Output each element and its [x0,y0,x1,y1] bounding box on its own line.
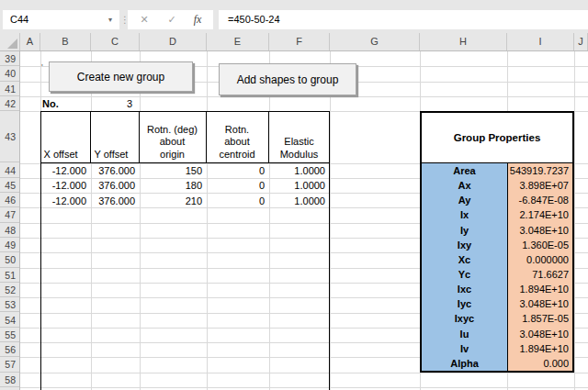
shapes-table-cell[interactable]: 376.000 [91,163,135,178]
shapes-table-cell[interactable]: 1.0000 [269,163,325,178]
property-value[interactable]: 1.894E+10 [508,282,572,296]
row-header-46[interactable]: 46 [0,193,19,207]
shapes-table-cell[interactable]: -12.000 [40,178,86,193]
property-value[interactable]: 0.000000 [508,252,572,267]
property-name[interactable]: Ixyc [422,311,508,326]
shapes-table-header-text: X offset [44,149,90,162]
property-value[interactable]: 3.048E+10 [508,223,572,238]
shapes-table-header-text: origin [140,149,206,162]
shapes-table-cell[interactable]: 0 [207,163,265,178]
group-properties-title[interactable]: Group Properties [422,113,572,163]
row-header-58[interactable]: 58 [0,373,19,387]
row-header-54[interactable]: 54 [0,313,19,328]
spreadsheet-window: C44 ▾ ⋮ ✕ ✓ fx =450-50-24 ABCDEFGHIJ 394… [0,0,588,390]
property-name[interactable]: Xc [422,252,508,267]
column-header-H[interactable]: H [420,33,507,50]
shapes-table-cell[interactable]: 150 [140,163,202,178]
row-header-40[interactable]: 40 [0,66,19,81]
shapes-table-header-text: about [140,136,206,149]
column-header-C[interactable]: C [91,33,140,50]
row-header-45[interactable]: 45 [0,178,19,193]
cancel-icon[interactable]: ✕ [135,10,153,29]
gridline [207,51,208,390]
shapes-table-cell[interactable]: -12.000 [40,194,86,208]
shapes-table-cell[interactable]: 210 [140,194,202,208]
property-name[interactable]: Area [422,163,508,178]
name-box[interactable]: C44 ▾ [3,10,119,29]
row-header-47[interactable]: 47 [0,207,19,222]
property-name[interactable]: Ax [422,178,508,193]
property-name[interactable]: Ay [422,193,508,207]
property-value[interactable]: 543919.7237 [508,163,572,178]
shapes-table-cell[interactable]: 0 [207,178,265,193]
shapes-table-cell[interactable]: 376.000 [91,194,135,208]
shapes-table-header-text: Rotn. [207,124,268,137]
property-value[interactable]: 2.174E+10 [508,207,572,222]
shapes-table-header-text: about [207,136,268,149]
row-header-41[interactable]: 41 [0,82,19,96]
column-header-J[interactable]: J [574,33,588,50]
row-header-56[interactable]: 56 [0,342,19,357]
gridline [330,51,331,390]
column-header-B[interactable]: B [40,33,91,50]
row-header-51[interactable]: 51 [0,268,19,283]
create-new-group-button[interactable]: Create new group [49,61,193,92]
property-name[interactable]: Ixc [422,282,508,296]
select-all-triangle-icon [7,39,17,49]
shapes-table-header-cell[interactable]: Rotn. (deg)aboutorigin [140,112,207,162]
column-header-I[interactable]: I [507,33,574,50]
property-value[interactable]: 3.048E+10 [508,327,572,341]
row-header-57[interactable]: 57 [0,357,19,372]
row-header-39[interactable]: 39 [0,51,19,66]
column-header-F[interactable]: F [269,33,330,50]
column-header-E[interactable]: E [207,33,269,50]
add-shapes-to-group-button[interactable]: Add shapes to group [219,63,356,95]
property-value[interactable]: -6.847E-08 [508,193,572,207]
insert-function-icon[interactable]: fx [188,10,207,29]
property-name[interactable]: Iv [422,341,508,356]
property-name[interactable]: Yc [422,267,508,282]
select-all-corner[interactable] [0,33,20,50]
shapes-table-cell[interactable]: 0 [207,194,265,208]
column-header-G[interactable]: G [330,33,420,50]
property-name[interactable]: Iyc [422,296,508,311]
shapes-table-header-cell[interactable]: X offset [40,112,91,162]
row-header-43[interactable]: 43 [0,111,19,162]
enter-icon[interactable]: ✓ [163,10,181,29]
row-header-52[interactable]: 52 [0,283,19,297]
property-value[interactable]: 71.6627 [508,267,572,282]
shapes-table-header-cell[interactable]: Y offset [91,112,140,162]
row-header-44[interactable]: 44 [0,163,19,178]
property-value[interactable]: 3.048E+10 [508,296,572,311]
shapes-table-cell[interactable]: 1.0000 [269,194,325,208]
shapes-table-cell[interactable]: 376.000 [91,178,135,193]
row-header-42[interactable]: 42 [0,96,19,111]
row-header-55[interactable]: 55 [0,328,19,342]
shapes-table-header-cell[interactable]: ElasticModulus [269,112,330,162]
property-name[interactable]: Ixy [422,238,508,252]
property-name[interactable]: Ix [422,207,508,222]
shapes-table-header-cell[interactable]: Rotn.aboutcentroid [207,112,269,162]
shapes-table-cell[interactable]: 180 [140,178,202,193]
property-value[interactable]: 1.857E-05 [508,311,572,326]
column-header-A[interactable]: A [20,33,40,50]
row-header-49[interactable]: 49 [0,238,19,252]
shapes-table-cell[interactable]: -12.000 [40,163,86,178]
shapes-table-cell[interactable]: 1.0000 [269,178,325,193]
formula-input[interactable]: =450-50-24 [219,10,588,29]
property-value[interactable]: 0.000 [508,356,572,371]
name-box-dropdown-icon[interactable]: ▾ [108,10,112,29]
property-value[interactable]: 1.894E+10 [508,341,572,356]
column-header-D[interactable]: D [140,33,207,50]
gridline [574,51,575,390]
cell-stray-mark: ' [41,62,43,72]
property-value[interactable]: 1.360E-05 [508,238,572,252]
property-name[interactable]: Iu [422,327,508,341]
property-value[interactable]: 3.898E+07 [508,178,572,193]
no-shapes-value[interactable]: 3 [91,96,136,111]
row-header-53[interactable]: 53 [0,297,19,312]
property-name[interactable]: Alpha [422,356,508,371]
property-name[interactable]: Iy [422,223,508,238]
row-header-50[interactable]: 50 [0,252,19,267]
row-header-48[interactable]: 48 [0,223,19,238]
